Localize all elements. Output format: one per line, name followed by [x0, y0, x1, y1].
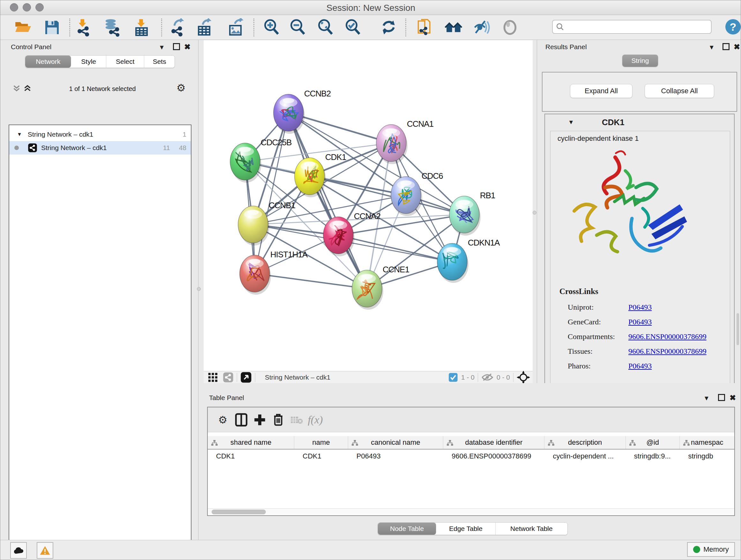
show-graphics-details-icon[interactable]: [471, 17, 491, 38]
right-splitter-handle[interactable]: [533, 211, 536, 214]
collapse-all-icon[interactable]: [12, 84, 21, 94]
function-builder-icon[interactable]: f(x): [306, 411, 325, 429]
footer-separator: [478, 373, 478, 382]
network-options-gear-icon[interactable]: ⚙: [177, 83, 186, 93]
delete-column-icon[interactable]: [269, 411, 287, 429]
protein-collapse-triangle-icon[interactable]: ▼: [568, 119, 574, 126]
column-header-database-identifier[interactable]: database identifier: [443, 436, 544, 449]
show-columns-icon[interactable]: [232, 411, 251, 429]
search-input[interactable]: [567, 22, 708, 31]
expand-all-icon[interactable]: [23, 84, 32, 94]
node-HIST1H1A[interactable]: HIST1H1A: [240, 250, 308, 295]
tab-sets[interactable]: Sets: [144, 56, 175, 68]
node-CCNE1[interactable]: CCNE1: [352, 265, 409, 310]
table-horizontal-scrollbar[interactable]: [208, 508, 734, 515]
column-header-description[interactable]: description: [544, 436, 625, 449]
protein-result-box: ▼ CDK1 cyclin-dependent kinase 1: [544, 114, 735, 393]
results-scrollbar-thumb[interactable]: [737, 313, 739, 345]
import-table-icon[interactable]: [132, 17, 152, 38]
network-graph[interactable]: CCNB2CCNA1CDC25BCDK1CDC6RB1CCNB1CCNA2CDK…: [204, 40, 533, 371]
import-network-icon[interactable]: [74, 17, 94, 38]
scrollbar-thumb[interactable]: [212, 509, 266, 514]
table-panel-float-icon[interactable]: ▼: [703, 395, 710, 402]
edge-CCNA2-CDKN1A[interactable]: [338, 235, 452, 262]
table-panel-close-icon[interactable]: ✖: [730, 393, 736, 402]
column-header-name[interactable]: name: [294, 436, 348, 449]
node-CCNB2[interactable]: CCNB2: [273, 89, 331, 134]
node-CCNA1[interactable]: CCNA1: [376, 119, 434, 164]
compartments-link[interactable]: 9606.ENSP00000378699: [628, 332, 706, 341]
cell-id: stringdb:9...: [626, 452, 680, 460]
uniprot-link[interactable]: P06493: [628, 303, 652, 311]
node-RB1[interactable]: RB1: [449, 191, 495, 236]
tab-network-table[interactable]: Network Table: [495, 523, 567, 535]
tab-string[interactable]: String: [622, 55, 658, 67]
node-label-CCNB1: CCNB1: [269, 200, 295, 210]
refresh-icon[interactable]: [379, 17, 399, 38]
collapse-triangle-icon[interactable]: ▼: [17, 132, 22, 137]
column-header-namespace[interactable]: namespac: [680, 436, 734, 449]
pharos-link[interactable]: P06493: [628, 362, 652, 370]
results-panel-close-icon[interactable]: ✖: [734, 43, 740, 51]
hidden-eye-icon[interactable]: [481, 373, 493, 382]
network-row-selected[interactable]: String Network – cdk1 11 48: [9, 141, 191, 154]
export-image-icon[interactable]: [226, 17, 247, 38]
node-CDC6[interactable]: CDC6: [391, 171, 443, 216]
node-CDC25B[interactable]: CDC25B: [230, 138, 292, 183]
node-label-CDK1: CDK1: [325, 152, 346, 162]
control-panel-float-icon[interactable]: ▼: [158, 44, 165, 51]
column-header-shared-name[interactable]: shared name: [208, 436, 294, 449]
search-field[interactable]: [552, 20, 712, 34]
tab-edge-table[interactable]: Edge Table: [436, 523, 495, 535]
network-collection-row[interactable]: ▼ String Network – cdk1 1: [9, 128, 191, 141]
duplicate-network-icon[interactable]: [414, 17, 435, 38]
cell-database-identifier: 9606.ENSP00000378699: [443, 452, 544, 460]
delete-table-icon[interactable]: [287, 411, 306, 429]
grid-view-icon[interactable]: [207, 372, 218, 383]
tab-style[interactable]: Style: [71, 56, 106, 68]
column-header-canonical-name[interactable]: canonical name: [348, 436, 443, 449]
zoom-selected-icon[interactable]: [343, 17, 363, 38]
results-panel-float-icon[interactable]: ▼: [709, 44, 715, 51]
help-icon[interactable]: ?: [725, 19, 741, 35]
table-row[interactable]: CDK1 CDK1 P06493 9606.ENSP00000378699 cy…: [208, 449, 734, 463]
selected-checkbox-icon[interactable]: [448, 373, 458, 382]
import-database-icon[interactable]: [102, 17, 122, 38]
tab-node-table[interactable]: Node Table: [378, 523, 436, 535]
network-view-canvas[interactable]: CCNB2CCNA1CDC25BCDK1CDC6RB1CCNB1CCNA2CDK…: [204, 40, 533, 371]
node-CDK1[interactable]: CDK1: [294, 152, 346, 197]
memory-button[interactable]: Memory: [687, 542, 735, 557]
add-column-icon[interactable]: [251, 411, 269, 429]
table-panel-maximize-icon[interactable]: [718, 394, 725, 401]
tab-select[interactable]: Select: [106, 56, 144, 68]
open-folder-icon[interactable]: [13, 17, 33, 38]
left-splitter-handle[interactable]: [197, 287, 201, 291]
save-icon[interactable]: [42, 17, 62, 38]
edge-CCNB2-CCNE1[interactable]: [288, 113, 367, 289]
bird-eye-view-icon[interactable]: [500, 17, 520, 38]
zoom-in-icon[interactable]: [261, 17, 282, 38]
collapse-all-button[interactable]: Collapse All: [645, 84, 714, 98]
genecard-link[interactable]: P06493: [628, 318, 652, 326]
results-panel-maximize-icon[interactable]: [723, 43, 730, 50]
cloud-button[interactable]: [10, 542, 27, 559]
export-network-icon[interactable]: [169, 17, 189, 38]
export-table-icon[interactable]: [195, 17, 216, 38]
column-header-id[interactable]: @id: [626, 436, 680, 449]
zoom-out-icon[interactable]: [287, 17, 308, 38]
tissues-link[interactable]: 9606.ENSP00000378699: [628, 347, 706, 355]
edge-HIST1H1A-CCNE1[interactable]: [255, 273, 367, 289]
network-thumbnail-icon[interactable]: [223, 372, 233, 383]
home-icon[interactable]: [443, 17, 464, 38]
expand-all-button[interactable]: Expand All: [570, 84, 632, 98]
warnings-button[interactable]: [37, 542, 53, 559]
control-panel-close-icon[interactable]: ✖: [184, 43, 191, 51]
open-in-new-window-icon[interactable]: [240, 372, 252, 383]
node-CDKN1A[interactable]: CDKN1A: [437, 238, 500, 283]
zoom-fit-icon[interactable]: [315, 17, 336, 38]
tab-network[interactable]: Network: [25, 56, 71, 68]
table-options-gear-icon[interactable]: ⚙: [213, 411, 232, 429]
fit-content-crosshair-icon[interactable]: [517, 371, 530, 384]
control-panel-maximize-icon[interactable]: [173, 43, 180, 50]
collection-label: String Network – cdk1: [28, 131, 93, 138]
